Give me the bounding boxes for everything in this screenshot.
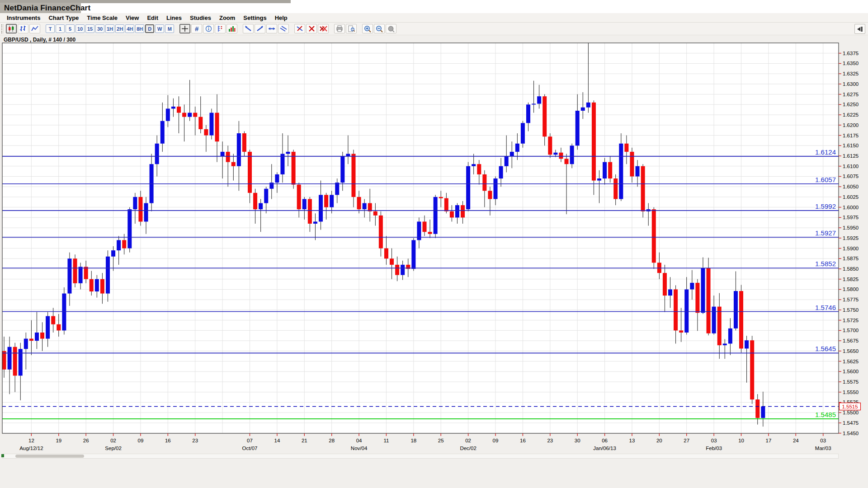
x-axis-label: 06 xyxy=(602,438,608,443)
resistance-line-label: 1.5746 xyxy=(815,304,836,311)
menu-help[interactable]: Help xyxy=(271,14,292,21)
y-axis-label: 1.6275 xyxy=(843,92,859,97)
menu-lines[interactable]: Lines xyxy=(162,14,186,21)
title-bar[interactable]: NetDania FinanceChart xyxy=(0,0,868,13)
candle-down xyxy=(565,159,569,164)
volume-button[interactable] xyxy=(226,24,237,33)
x-axis-label: 17 xyxy=(766,438,772,443)
timeframe-10-button[interactable]: 10 xyxy=(75,24,85,33)
timeframe-4h-button[interactable]: 4H xyxy=(125,24,134,33)
menu-time-scale[interactable]: Time Scale xyxy=(83,14,122,21)
bar-chart-button[interactable] xyxy=(18,24,28,33)
menu-chart-type[interactable]: Chart Type xyxy=(44,14,83,21)
candle-up xyxy=(553,153,557,155)
candle-up xyxy=(79,267,83,283)
candle-down xyxy=(182,113,186,117)
candle-up xyxy=(505,156,509,166)
printer-icon xyxy=(336,25,343,32)
timeframe-t-button[interactable]: T xyxy=(46,24,55,33)
trendline-up-icon xyxy=(256,25,264,32)
grid-toggle-button[interactable]: # xyxy=(191,24,202,33)
delete-line-button[interactable] xyxy=(306,24,317,33)
candle-down xyxy=(717,307,722,345)
candle-down xyxy=(248,152,252,193)
candle-up xyxy=(188,113,192,117)
menu-edit[interactable]: Edit xyxy=(143,14,162,21)
y-axis-label: 1.6325 xyxy=(843,71,859,76)
trendline-horizontal-button[interactable] xyxy=(266,24,277,33)
detach-window-button[interactable] xyxy=(854,24,865,34)
x-axis-month-label: Feb/03 xyxy=(706,446,722,451)
line-chart-button[interactable] xyxy=(29,24,40,33)
candlestick-chart-button[interactable] xyxy=(6,24,17,33)
candle-down xyxy=(193,113,197,117)
y-axis-label: 1.6075 xyxy=(843,174,859,179)
candle-up xyxy=(286,152,290,154)
candle-up xyxy=(690,283,694,290)
y-axis-label: 1.5950 xyxy=(843,225,859,230)
y-axis-label: 1.5550 xyxy=(843,389,859,395)
price-axis-button[interactable] xyxy=(215,24,226,33)
menu-zoom[interactable]: Zoom xyxy=(215,14,239,21)
trendline-up-button[interactable] xyxy=(255,24,265,33)
x-axis-label: 19 xyxy=(56,438,61,443)
timeframe-8h-button[interactable]: 8H xyxy=(135,24,144,33)
timeframe-5-button[interactable]: 5 xyxy=(66,24,75,33)
zoom-in-icon xyxy=(364,25,371,33)
candle-up xyxy=(363,203,367,210)
trendline-down-button[interactable] xyxy=(243,24,254,33)
candle-up xyxy=(259,203,263,210)
crosshair-button[interactable] xyxy=(179,24,190,33)
timeframe-1h-button[interactable]: 1H xyxy=(105,24,114,33)
scrollbar-marker xyxy=(1,454,4,457)
toolbar-drag-handle[interactable] xyxy=(1,24,4,33)
zoom-in-button[interactable] xyxy=(362,24,373,33)
y-axis-label: 1.5800 xyxy=(843,286,859,292)
candle-up xyxy=(280,154,284,174)
channel-line-icon xyxy=(280,25,287,32)
menu-view[interactable]: View xyxy=(122,14,143,21)
candle-up xyxy=(171,107,175,109)
horizontal-scrollbar[interactable] xyxy=(2,454,839,459)
menu-settings[interactable]: Settings xyxy=(239,14,270,21)
y-axis-label: 1.5750 xyxy=(843,307,859,313)
x-axis-month-label: Aug/12/12 xyxy=(19,446,43,451)
remove-line-icon xyxy=(296,25,303,32)
candle-down xyxy=(138,197,142,222)
timeframe-m-button[interactable]: M xyxy=(165,24,174,33)
timeframe-2h-button[interactable]: 2H xyxy=(115,24,124,33)
y-axis-label: 1.5825 xyxy=(843,277,859,282)
delete-all-lines-button[interactable] xyxy=(318,24,329,33)
zoom-out-button[interactable] xyxy=(374,24,385,33)
timeframe-1-button[interactable]: 1 xyxy=(56,24,65,33)
x-axis-label: 26 xyxy=(83,438,89,443)
candle-down xyxy=(90,279,94,291)
zoom-reset-button[interactable] xyxy=(386,24,396,33)
x-axis-month-label: Jan/06/13 xyxy=(593,446,616,451)
candle-down xyxy=(122,240,126,248)
candle-down xyxy=(439,197,443,198)
y-axis-label: 1.6125 xyxy=(843,153,859,159)
timeframe-15-button[interactable]: 15 xyxy=(85,24,94,33)
channel-line-button[interactable] xyxy=(278,24,289,33)
scrollbar-thumb[interactable] xyxy=(15,455,84,458)
timeframe-30-button[interactable]: 30 xyxy=(95,24,104,33)
timeframe-w-button[interactable]: W xyxy=(155,24,164,33)
menu-instruments[interactable]: Instruments xyxy=(3,14,44,21)
print-preview-button[interactable] xyxy=(346,24,357,33)
x-axis-label: 02 xyxy=(465,438,471,443)
x-axis-month-label: Oct/07 xyxy=(242,446,258,451)
candle-down xyxy=(477,164,481,174)
menu-studies[interactable]: Studies xyxy=(186,14,215,21)
print-button[interactable] xyxy=(334,24,345,33)
candle-down xyxy=(13,347,17,376)
info-button[interactable] xyxy=(203,24,214,33)
timeframe-d-button[interactable]: D xyxy=(145,24,154,33)
remove-line-button[interactable] xyxy=(294,24,305,33)
candle-up xyxy=(133,197,137,209)
candle-up xyxy=(510,152,514,156)
candle-down xyxy=(231,162,236,166)
resistance-line-label: 1.6124 xyxy=(815,148,836,156)
candle-up xyxy=(728,328,732,344)
grid-hash-icon: # xyxy=(195,25,198,33)
